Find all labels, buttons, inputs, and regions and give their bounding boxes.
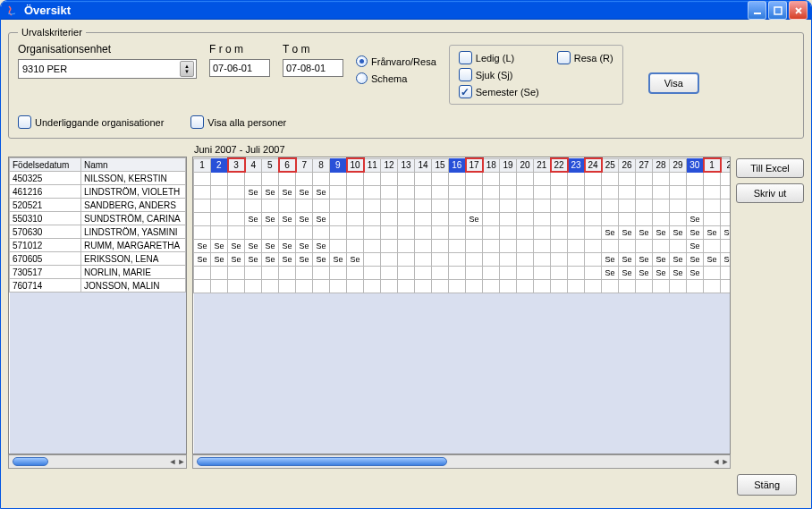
- grid-cell[interactable]: [228, 185, 245, 199]
- grid-cell[interactable]: [449, 172, 466, 185]
- grid-cell[interactable]: [415, 252, 432, 266]
- grid-cell[interactable]: [653, 172, 670, 185]
- grid-cell[interactable]: [551, 239, 568, 252]
- grid-cell[interactable]: [500, 212, 517, 225]
- grid-cell[interactable]: [194, 185, 211, 199]
- grid-cell[interactable]: Se: [279, 239, 296, 252]
- col-name[interactable]: Namn: [81, 158, 186, 172]
- grid-cell[interactable]: [398, 212, 415, 225]
- grid-cell[interactable]: Se: [704, 225, 721, 239]
- grid-cell[interactable]: [721, 239, 732, 252]
- grid-cell[interactable]: [636, 199, 653, 212]
- grid-cell[interactable]: Se: [466, 212, 483, 225]
- grid-cell[interactable]: [330, 199, 347, 212]
- grid-cell[interactable]: [296, 199, 313, 212]
- grid-cell[interactable]: [449, 199, 466, 212]
- grid-cell[interactable]: [432, 225, 449, 239]
- grid-cell[interactable]: [551, 172, 568, 185]
- grid-cell[interactable]: Se: [262, 252, 279, 266]
- grid-cell[interactable]: [398, 239, 415, 252]
- grid-cell[interactable]: [296, 279, 313, 293]
- stang-button[interactable]: Stäng: [737, 474, 797, 496]
- grid-cell[interactable]: [704, 279, 721, 293]
- grid-cell[interactable]: [228, 212, 245, 225]
- grid-cell[interactable]: [568, 172, 585, 185]
- grid-cell[interactable]: [619, 199, 636, 212]
- grid-cell[interactable]: Se: [347, 252, 364, 266]
- grid-cell[interactable]: [211, 266, 228, 279]
- excel-button[interactable]: Till Excel: [736, 158, 804, 178]
- grid-cell[interactable]: [500, 225, 517, 239]
- grid-cell[interactable]: [245, 266, 262, 279]
- grid-cell[interactable]: [483, 225, 500, 239]
- grid-cell[interactable]: Se: [619, 266, 636, 279]
- grid-cell[interactable]: [449, 266, 466, 279]
- grid-cell[interactable]: [245, 199, 262, 212]
- grid-cell[interactable]: [313, 199, 330, 212]
- grid-cell[interactable]: [653, 279, 670, 293]
- grid-cell[interactable]: Se: [228, 252, 245, 266]
- grid-cell[interactable]: [602, 239, 619, 252]
- grid-cell[interactable]: [313, 279, 330, 293]
- grid-cell[interactable]: [568, 239, 585, 252]
- grid-cell[interactable]: [568, 252, 585, 266]
- grid-cell[interactable]: [398, 225, 415, 239]
- grid-cell[interactable]: [449, 225, 466, 239]
- day-header[interactable]: 7: [296, 158, 313, 172]
- grid-cell[interactable]: [653, 199, 670, 212]
- grid-cell[interactable]: [670, 212, 687, 225]
- grid-cell[interactable]: [347, 279, 364, 293]
- grid-cell[interactable]: [381, 239, 398, 252]
- grid-cell[interactable]: [670, 199, 687, 212]
- day-header[interactable]: 21: [534, 158, 551, 172]
- grid-cell[interactable]: [415, 239, 432, 252]
- grid-cell[interactable]: [466, 252, 483, 266]
- grid-cell[interactable]: [398, 266, 415, 279]
- grid-cell[interactable]: [602, 199, 619, 212]
- grid-cell[interactable]: Se: [670, 252, 687, 266]
- grid-cell[interactable]: [381, 279, 398, 293]
- grid-cell[interactable]: [517, 239, 534, 252]
- grid-cell[interactable]: [500, 252, 517, 266]
- grid-cell[interactable]: [602, 185, 619, 199]
- grid-cell[interactable]: [636, 239, 653, 252]
- day-header[interactable]: 6: [279, 158, 296, 172]
- grid-cell[interactable]: Se: [653, 252, 670, 266]
- grid-cell[interactable]: Se: [670, 266, 687, 279]
- grid-cell[interactable]: Se: [721, 252, 732, 266]
- grid-cell[interactable]: [534, 212, 551, 225]
- day-header[interactable]: 25: [602, 158, 619, 172]
- grid-cell[interactable]: Se: [687, 212, 704, 225]
- grid-cell[interactable]: [534, 252, 551, 266]
- grid-cell[interactable]: [347, 212, 364, 225]
- grid-cell[interactable]: [704, 199, 721, 212]
- grid-cell[interactable]: [449, 185, 466, 199]
- grid-cell[interactable]: [245, 172, 262, 185]
- grid-cell[interactable]: [449, 212, 466, 225]
- grid-cell[interactable]: [364, 199, 381, 212]
- grid-cell[interactable]: [330, 225, 347, 239]
- grid-cell[interactable]: [381, 225, 398, 239]
- grid-cell[interactable]: [551, 185, 568, 199]
- day-header[interactable]: 1: [704, 158, 721, 172]
- grid-cell[interactable]: [194, 266, 211, 279]
- grid-cell[interactable]: [704, 212, 721, 225]
- table-row[interactable]: 730517NORLIN, MARIE: [10, 266, 186, 279]
- grid-cell[interactable]: [415, 185, 432, 199]
- grid-cell[interactable]: [432, 279, 449, 293]
- grid-cell[interactable]: [194, 225, 211, 239]
- grid-cell[interactable]: [687, 279, 704, 293]
- day-header[interactable]: 2: [211, 158, 228, 172]
- table-row[interactable]: 550310SUNDSTRÖM, CARINA: [10, 212, 186, 225]
- grid-cell[interactable]: [704, 239, 721, 252]
- grid-cell[interactable]: [194, 199, 211, 212]
- grid-cell[interactable]: [449, 279, 466, 293]
- grid-cell[interactable]: [432, 252, 449, 266]
- grid-cell[interactable]: Se: [262, 239, 279, 252]
- day-header[interactable]: 22: [551, 158, 568, 172]
- grid-cell[interactable]: [636, 172, 653, 185]
- day-header[interactable]: 8: [313, 158, 330, 172]
- grid-cell[interactable]: [398, 185, 415, 199]
- scroll-right-icon[interactable]: ►: [721, 457, 730, 466]
- day-header[interactable]: 16: [449, 158, 466, 172]
